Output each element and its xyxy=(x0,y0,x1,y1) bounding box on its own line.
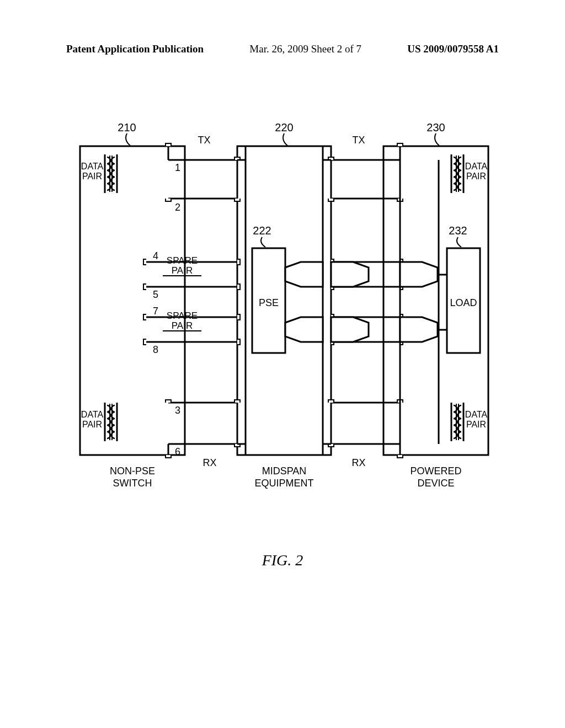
header-mid: Mar. 26, 2009 Sheet 2 of 7 xyxy=(249,43,361,55)
ref-210: 210 xyxy=(118,121,136,133)
pd-caption1: POWERED xyxy=(410,465,461,477)
rx-right: RX xyxy=(351,457,365,468)
pin7: 7 xyxy=(153,306,158,317)
ref-232: 232 xyxy=(449,224,467,237)
figure-2: 210 220 230 PSE LOAD 222 232 DATA PAIR D… xyxy=(74,121,494,529)
header-left: Patent Application Publication xyxy=(66,43,204,55)
datapair-bl2: PAIR xyxy=(82,420,102,429)
pin8: 8 xyxy=(153,344,158,355)
midspan-caption1: MIDSPAN xyxy=(262,465,307,477)
pin1: 1 xyxy=(175,162,180,173)
datapair-tr1: DATA xyxy=(465,162,488,171)
nonpse-switch-box xyxy=(80,146,185,455)
datapair-bl1: DATA xyxy=(81,410,104,419)
datapair-tl2: PAIR xyxy=(82,172,102,181)
load-label: LOAD xyxy=(450,297,477,308)
figure-caption: FIG. 2 xyxy=(0,552,565,569)
datapair-br1: DATA xyxy=(465,410,488,419)
midspan-caption2: EQUIPMENT xyxy=(254,478,313,489)
pd-caption2: DEVICE xyxy=(417,478,454,489)
pin4: 4 xyxy=(153,250,158,261)
tx-left: TX xyxy=(198,135,210,146)
nonpse-caption2: SWITCH xyxy=(113,478,152,489)
pin5: 5 xyxy=(153,289,158,300)
ref-220: 220 xyxy=(275,121,293,133)
pin3: 3 xyxy=(175,405,180,416)
spare78a: SPARE xyxy=(167,311,198,321)
datapair-tr2: PAIR xyxy=(466,172,486,181)
ref-230: 230 xyxy=(427,121,445,133)
ref-222: 222 xyxy=(253,224,271,237)
header-right: US 2009/0079558 A1 xyxy=(407,43,499,55)
pin6: 6 xyxy=(175,446,180,457)
nonpse-caption1: NON-PSE xyxy=(110,465,155,477)
tx-right: TX xyxy=(352,135,365,146)
spare78b: PAIR xyxy=(172,320,193,331)
pse-label: PSE xyxy=(259,297,279,308)
spare45a: SPARE xyxy=(167,255,198,266)
pin2: 2 xyxy=(175,202,180,213)
page-header: Patent Application Publication Mar. 26, … xyxy=(0,43,565,55)
datapair-tl1: DATA xyxy=(81,162,104,171)
spare45b: PAIR xyxy=(172,265,193,276)
rx-left: RX xyxy=(202,457,216,468)
datapair-br2: PAIR xyxy=(466,420,486,429)
